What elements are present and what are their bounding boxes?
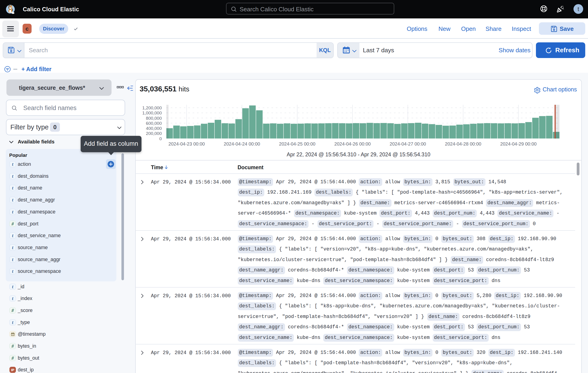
- svg-text:400,000: 400,000: [146, 126, 162, 131]
- svg-text:200,000: 200,000: [146, 131, 162, 136]
- svg-text:800,000: 800,000: [146, 116, 162, 121]
- svg-text:1,000,000: 1,000,000: [142, 111, 162, 115]
- svg-text:2024-04-24 00:00: 2024-04-24 00:00: [224, 141, 260, 146]
- svg-text:2024-04-28 00:00: 2024-04-28 00:00: [445, 141, 481, 146]
- svg-text:2024-04-26 00:00: 2024-04-26 00:00: [334, 141, 371, 146]
- svg-text:2024-04-25 00:00: 2024-04-25 00:00: [279, 141, 315, 146]
- svg-text:0: 0: [159, 136, 162, 141]
- svg-text:600,000: 600,000: [146, 121, 162, 126]
- svg-text:2024-04-29 00:00: 2024-04-29 00:00: [500, 141, 537, 146]
- svg-text:2024-04-27 00:00: 2024-04-27 00:00: [390, 141, 426, 146]
- svg-text:1,200,000: 1,200,000: [142, 105, 162, 110]
- svg-text:2024-04-23 00:00: 2024-04-23 00:00: [168, 141, 205, 146]
